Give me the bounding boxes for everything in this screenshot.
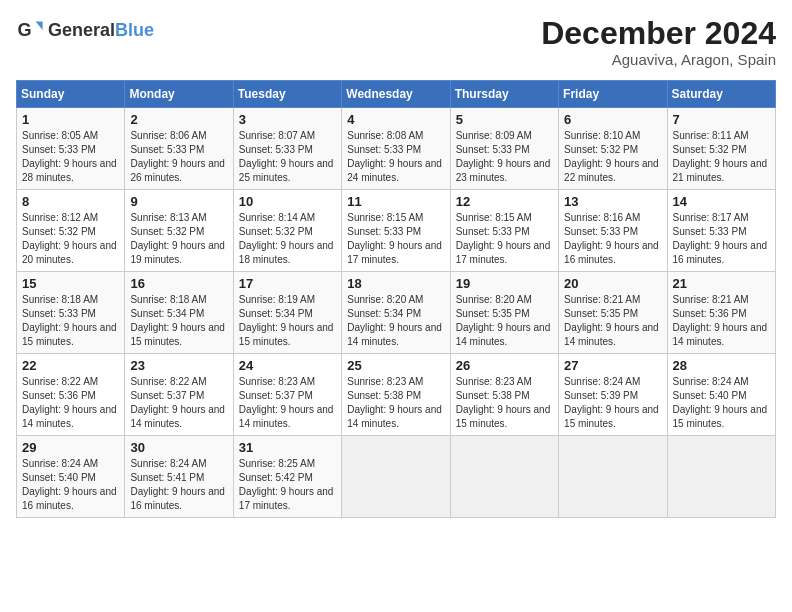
calendar-day-cell: 3 Sunrise: 8:07 AMSunset: 5:33 PMDayligh…	[233, 108, 341, 190]
calendar-week-row: 15 Sunrise: 8:18 AMSunset: 5:33 PMDaylig…	[17, 272, 776, 354]
calendar-day-cell	[559, 436, 667, 518]
day-info: Sunrise: 8:24 AMSunset: 5:41 PMDaylight:…	[130, 458, 225, 511]
day-number: 9	[130, 194, 227, 209]
day-number: 21	[673, 276, 770, 291]
day-info: Sunrise: 8:11 AMSunset: 5:32 PMDaylight:…	[673, 130, 768, 183]
day-info: Sunrise: 8:13 AMSunset: 5:32 PMDaylight:…	[130, 212, 225, 265]
day-number: 14	[673, 194, 770, 209]
weekday-header: Thursday	[450, 81, 558, 108]
calendar-day-cell: 7 Sunrise: 8:11 AMSunset: 5:32 PMDayligh…	[667, 108, 775, 190]
day-number: 17	[239, 276, 336, 291]
day-number: 3	[239, 112, 336, 127]
day-number: 18	[347, 276, 444, 291]
calendar-day-cell: 23 Sunrise: 8:22 AMSunset: 5:37 PMDaylig…	[125, 354, 233, 436]
day-number: 13	[564, 194, 661, 209]
calendar-day-cell: 20 Sunrise: 8:21 AMSunset: 5:35 PMDaylig…	[559, 272, 667, 354]
day-number: 16	[130, 276, 227, 291]
day-number: 31	[239, 440, 336, 455]
svg-marker-1	[36, 22, 43, 30]
day-info: Sunrise: 8:24 AMSunset: 5:40 PMDaylight:…	[673, 376, 768, 429]
day-info: Sunrise: 8:21 AMSunset: 5:36 PMDaylight:…	[673, 294, 768, 347]
calendar-week-row: 29 Sunrise: 8:24 AMSunset: 5:40 PMDaylig…	[17, 436, 776, 518]
calendar-week-row: 22 Sunrise: 8:22 AMSunset: 5:36 PMDaylig…	[17, 354, 776, 436]
day-number: 23	[130, 358, 227, 373]
day-info: Sunrise: 8:24 AMSunset: 5:40 PMDaylight:…	[22, 458, 117, 511]
calendar-week-row: 8 Sunrise: 8:12 AMSunset: 5:32 PMDayligh…	[17, 190, 776, 272]
calendar-day-cell: 14 Sunrise: 8:17 AMSunset: 5:33 PMDaylig…	[667, 190, 775, 272]
calendar-day-cell: 15 Sunrise: 8:18 AMSunset: 5:33 PMDaylig…	[17, 272, 125, 354]
calendar-day-cell: 6 Sunrise: 8:10 AMSunset: 5:32 PMDayligh…	[559, 108, 667, 190]
day-info: Sunrise: 8:15 AMSunset: 5:33 PMDaylight:…	[347, 212, 442, 265]
day-number: 10	[239, 194, 336, 209]
day-number: 6	[564, 112, 661, 127]
day-info: Sunrise: 8:08 AMSunset: 5:33 PMDaylight:…	[347, 130, 442, 183]
day-number: 30	[130, 440, 227, 455]
calendar-day-cell: 27 Sunrise: 8:24 AMSunset: 5:39 PMDaylig…	[559, 354, 667, 436]
day-number: 5	[456, 112, 553, 127]
calendar-day-cell: 8 Sunrise: 8:12 AMSunset: 5:32 PMDayligh…	[17, 190, 125, 272]
day-info: Sunrise: 8:24 AMSunset: 5:39 PMDaylight:…	[564, 376, 659, 429]
day-number: 2	[130, 112, 227, 127]
calendar-day-cell: 26 Sunrise: 8:23 AMSunset: 5:38 PMDaylig…	[450, 354, 558, 436]
day-info: Sunrise: 8:09 AMSunset: 5:33 PMDaylight:…	[456, 130, 551, 183]
day-number: 1	[22, 112, 119, 127]
svg-text:G: G	[17, 20, 31, 40]
logo-icon: G	[16, 16, 44, 44]
day-number: 27	[564, 358, 661, 373]
calendar-day-cell: 11 Sunrise: 8:15 AMSunset: 5:33 PMDaylig…	[342, 190, 450, 272]
logo: G GeneralBlue	[16, 16, 154, 44]
day-number: 7	[673, 112, 770, 127]
day-info: Sunrise: 8:20 AMSunset: 5:34 PMDaylight:…	[347, 294, 442, 347]
calendar-day-cell	[667, 436, 775, 518]
day-number: 29	[22, 440, 119, 455]
day-info: Sunrise: 8:06 AMSunset: 5:33 PMDaylight:…	[130, 130, 225, 183]
day-number: 25	[347, 358, 444, 373]
month-title: December 2024	[541, 16, 776, 51]
calendar-day-cell: 13 Sunrise: 8:16 AMSunset: 5:33 PMDaylig…	[559, 190, 667, 272]
day-info: Sunrise: 8:22 AMSunset: 5:37 PMDaylight:…	[130, 376, 225, 429]
calendar-day-cell: 25 Sunrise: 8:23 AMSunset: 5:38 PMDaylig…	[342, 354, 450, 436]
weekday-header: Friday	[559, 81, 667, 108]
day-info: Sunrise: 8:17 AMSunset: 5:33 PMDaylight:…	[673, 212, 768, 265]
calendar-day-cell: 31 Sunrise: 8:25 AMSunset: 5:42 PMDaylig…	[233, 436, 341, 518]
day-info: Sunrise: 8:05 AMSunset: 5:33 PMDaylight:…	[22, 130, 117, 183]
day-number: 12	[456, 194, 553, 209]
calendar-day-cell: 16 Sunrise: 8:18 AMSunset: 5:34 PMDaylig…	[125, 272, 233, 354]
day-info: Sunrise: 8:10 AMSunset: 5:32 PMDaylight:…	[564, 130, 659, 183]
day-info: Sunrise: 8:23 AMSunset: 5:37 PMDaylight:…	[239, 376, 334, 429]
day-info: Sunrise: 8:25 AMSunset: 5:42 PMDaylight:…	[239, 458, 334, 511]
calendar-day-cell: 28 Sunrise: 8:24 AMSunset: 5:40 PMDaylig…	[667, 354, 775, 436]
calendar-day-cell	[450, 436, 558, 518]
day-info: Sunrise: 8:18 AMSunset: 5:33 PMDaylight:…	[22, 294, 117, 347]
day-number: 22	[22, 358, 119, 373]
logo-general: General	[48, 20, 115, 40]
day-info: Sunrise: 8:16 AMSunset: 5:33 PMDaylight:…	[564, 212, 659, 265]
day-info: Sunrise: 8:21 AMSunset: 5:35 PMDaylight:…	[564, 294, 659, 347]
location-title: Aguaviva, Aragon, Spain	[541, 51, 776, 68]
day-info: Sunrise: 8:20 AMSunset: 5:35 PMDaylight:…	[456, 294, 551, 347]
calendar-header-row: SundayMondayTuesdayWednesdayThursdayFrid…	[17, 81, 776, 108]
day-number: 26	[456, 358, 553, 373]
calendar-day-cell: 30 Sunrise: 8:24 AMSunset: 5:41 PMDaylig…	[125, 436, 233, 518]
calendar-day-cell: 9 Sunrise: 8:13 AMSunset: 5:32 PMDayligh…	[125, 190, 233, 272]
calendar-day-cell: 29 Sunrise: 8:24 AMSunset: 5:40 PMDaylig…	[17, 436, 125, 518]
calendar-day-cell: 24 Sunrise: 8:23 AMSunset: 5:37 PMDaylig…	[233, 354, 341, 436]
calendar-day-cell: 22 Sunrise: 8:22 AMSunset: 5:36 PMDaylig…	[17, 354, 125, 436]
calendar-table: SundayMondayTuesdayWednesdayThursdayFrid…	[16, 80, 776, 518]
day-info: Sunrise: 8:23 AMSunset: 5:38 PMDaylight:…	[347, 376, 442, 429]
day-info: Sunrise: 8:18 AMSunset: 5:34 PMDaylight:…	[130, 294, 225, 347]
calendar-day-cell: 21 Sunrise: 8:21 AMSunset: 5:36 PMDaylig…	[667, 272, 775, 354]
day-info: Sunrise: 8:22 AMSunset: 5:36 PMDaylight:…	[22, 376, 117, 429]
weekday-header: Tuesday	[233, 81, 341, 108]
day-number: 8	[22, 194, 119, 209]
calendar-day-cell: 10 Sunrise: 8:14 AMSunset: 5:32 PMDaylig…	[233, 190, 341, 272]
calendar-day-cell: 12 Sunrise: 8:15 AMSunset: 5:33 PMDaylig…	[450, 190, 558, 272]
calendar-day-cell	[342, 436, 450, 518]
day-info: Sunrise: 8:23 AMSunset: 5:38 PMDaylight:…	[456, 376, 551, 429]
day-info: Sunrise: 8:12 AMSunset: 5:32 PMDaylight:…	[22, 212, 117, 265]
calendar-day-cell: 18 Sunrise: 8:20 AMSunset: 5:34 PMDaylig…	[342, 272, 450, 354]
weekday-header: Saturday	[667, 81, 775, 108]
day-number: 20	[564, 276, 661, 291]
calendar-day-cell: 2 Sunrise: 8:06 AMSunset: 5:33 PMDayligh…	[125, 108, 233, 190]
day-info: Sunrise: 8:07 AMSunset: 5:33 PMDaylight:…	[239, 130, 334, 183]
